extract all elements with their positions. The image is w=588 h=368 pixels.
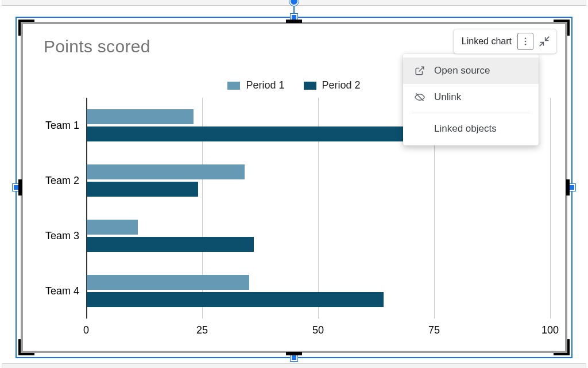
crop-edge-n[interactable] (286, 20, 302, 23)
svg-line-5 (419, 67, 424, 71)
bar (87, 109, 194, 124)
menu-separator (411, 113, 531, 113)
menu-open-source[interactable]: Open source (403, 57, 539, 84)
gridline (550, 98, 551, 319)
crop-edge-e[interactable] (566, 179, 570, 195)
crop-edge-s[interactable] (286, 352, 302, 355)
linked-chart-label: Linked chart (462, 36, 512, 47)
more-vertical-icon (520, 36, 531, 47)
bar (87, 275, 249, 290)
legend-swatch (227, 82, 240, 90)
linked-chart-menu: Open source Unlink Linked objects (403, 54, 539, 145)
menu-label: Linked objects (434, 123, 497, 135)
bar (87, 292, 384, 307)
legend-label: Period 1 (246, 79, 284, 91)
menu-label: Open source (434, 65, 490, 76)
x-tick-label: 75 (428, 324, 440, 336)
svg-point-2 (525, 44, 527, 45)
y-tick-label: Team 2 (10, 175, 79, 187)
x-tick-label: 0 (83, 324, 89, 336)
y-tick-label: Team 1 (10, 120, 79, 132)
legend-item: Period 2 (304, 79, 361, 91)
bar (87, 237, 254, 252)
bar (87, 164, 245, 179)
linked-chart-chip: Linked chart (453, 29, 557, 54)
legend-swatch (304, 82, 316, 90)
slide-boundary-bottom (2, 363, 586, 368)
bar (87, 220, 138, 235)
unlink-icon (413, 92, 426, 102)
legend-label: Period 2 (322, 79, 361, 91)
svg-point-1 (525, 41, 527, 43)
open-external-icon (413, 66, 426, 76)
y-tick-label: Team 4 (10, 285, 79, 297)
menu-label: Unlink (434, 91, 461, 103)
legend-item: Period 1 (227, 79, 284, 91)
chart-title: Points scored (44, 37, 150, 56)
linked-chart-options-button[interactable] (517, 33, 533, 50)
x-tick-label: 25 (196, 324, 208, 336)
svg-line-3 (546, 37, 550, 41)
y-tick-label: Team 3 (10, 230, 79, 242)
menu-linked-objects[interactable]: Linked objects (403, 116, 539, 142)
collapse-chip-button[interactable] (537, 33, 552, 49)
x-tick-label: 100 (541, 324, 559, 336)
bar (87, 182, 198, 197)
editor-canvas: Points scored Period 1 Period 2 02550751… (0, 0, 588, 368)
menu-unlink[interactable]: Unlink (403, 84, 539, 110)
collapse-icon (539, 36, 550, 47)
x-tick-label: 50 (312, 324, 324, 336)
svg-line-4 (540, 43, 544, 47)
svg-point-0 (525, 37, 527, 39)
